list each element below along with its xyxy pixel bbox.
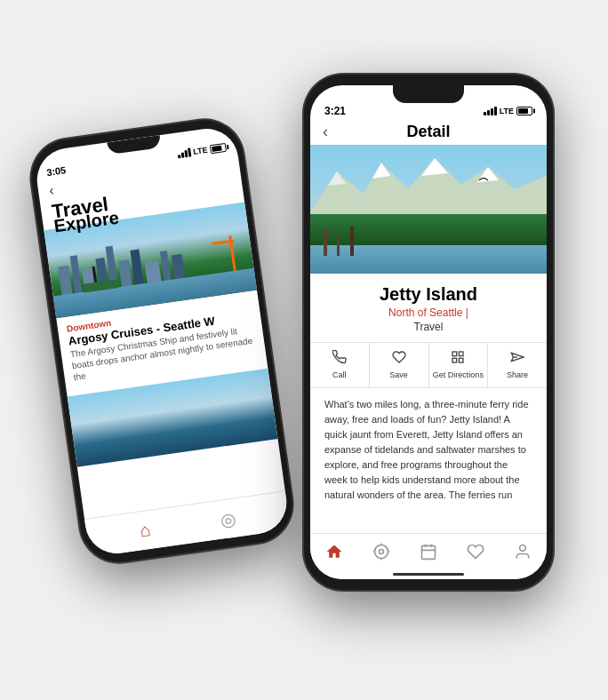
share-icon <box>510 350 524 368</box>
svg-rect-23 <box>421 545 435 559</box>
call-button[interactable]: Call <box>310 343 370 387</box>
front-nav-profile-icon <box>514 543 532 565</box>
directions-label: Get Directions <box>433 370 484 380</box>
front-phone-screen: 3:21 LTE ‹ Detail <box>310 85 547 579</box>
phones-container: 3:05 LTE ‹ Travel <box>28 21 580 679</box>
place-category: Travel <box>324 321 532 333</box>
front-battery <box>516 107 532 115</box>
back-network: LTE <box>193 146 209 156</box>
svg-rect-9 <box>337 234 340 256</box>
svg-rect-12 <box>460 352 464 356</box>
svg-rect-11 <box>452 352 457 356</box>
call-label: Call <box>332 370 347 379</box>
svg-rect-10 <box>350 227 354 256</box>
front-nav-location-icon <box>372 543 390 565</box>
front-content: Jetty Island North of Seattle | Travel <box>310 274 547 333</box>
svg-rect-13 <box>460 358 464 362</box>
svg-point-17 <box>379 550 383 554</box>
svg-rect-8 <box>324 229 327 256</box>
share-label: Share <box>507 370 528 379</box>
call-icon <box>332 350 347 368</box>
back-time: 3:05 <box>45 164 66 178</box>
directions-icon <box>451 350 465 368</box>
back-nav-location-icon[interactable]: ◎ <box>219 507 236 530</box>
front-status-icons: LTE <box>484 107 532 115</box>
back-bottom-nav: ⌂ ◎ <box>84 490 291 557</box>
front-notch <box>393 85 464 103</box>
svg-rect-6 <box>310 214 547 245</box>
share-button[interactable]: Share <box>488 343 547 387</box>
description-area: What's two miles long, a three-minute fe… <box>310 397 547 504</box>
back-status-icons: LTE <box>177 143 227 159</box>
svg-rect-14 <box>452 358 457 362</box>
front-network: LTE <box>500 107 514 115</box>
back-signal <box>177 147 191 158</box>
back-phone: 3:05 LTE ‹ Travel <box>27 115 297 568</box>
back-phone-screen: 3:05 LTE ‹ Travel <box>33 124 291 557</box>
front-page-title: Detail <box>406 123 450 141</box>
directions-button[interactable]: Get Directions <box>429 343 489 387</box>
front-back-button[interactable]: ‹ <box>323 123 328 141</box>
svg-rect-7 <box>310 245 547 274</box>
front-nav-calendar-icon <box>420 543 437 565</box>
description-text: What's two miles long, a three-minute fe… <box>323 397 534 504</box>
front-nav-bar: ‹ Detail <box>310 121 547 145</box>
front-nav-calendar[interactable] <box>420 543 437 565</box>
front-hero-image <box>310 145 547 274</box>
front-nav-location[interactable] <box>372 543 390 565</box>
save-button[interactable]: Save <box>370 343 429 387</box>
front-signal <box>484 107 497 115</box>
front-nav-home-icon <box>325 543 343 565</box>
back-battery <box>210 143 227 154</box>
front-time: 3:21 <box>324 105 346 117</box>
front-nav-heart-icon <box>467 543 484 565</box>
action-row: Call Save <box>310 342 547 388</box>
svg-point-18 <box>374 545 388 559</box>
svg-point-27 <box>520 545 526 552</box>
back-nav-home-icon[interactable]: ⌂ <box>139 520 152 541</box>
front-nav-heart[interactable] <box>467 543 484 565</box>
front-nav-home[interactable] <box>325 543 343 565</box>
save-icon <box>392 350 406 368</box>
save-label: Save <box>389 370 408 379</box>
front-nav-profile[interactable] <box>514 543 532 565</box>
place-name: Jetty Island <box>324 284 532 305</box>
front-phone: 3:21 LTE ‹ Detail <box>304 75 553 590</box>
place-location: North of Seattle | <box>324 306 532 319</box>
home-indicator <box>393 573 464 576</box>
